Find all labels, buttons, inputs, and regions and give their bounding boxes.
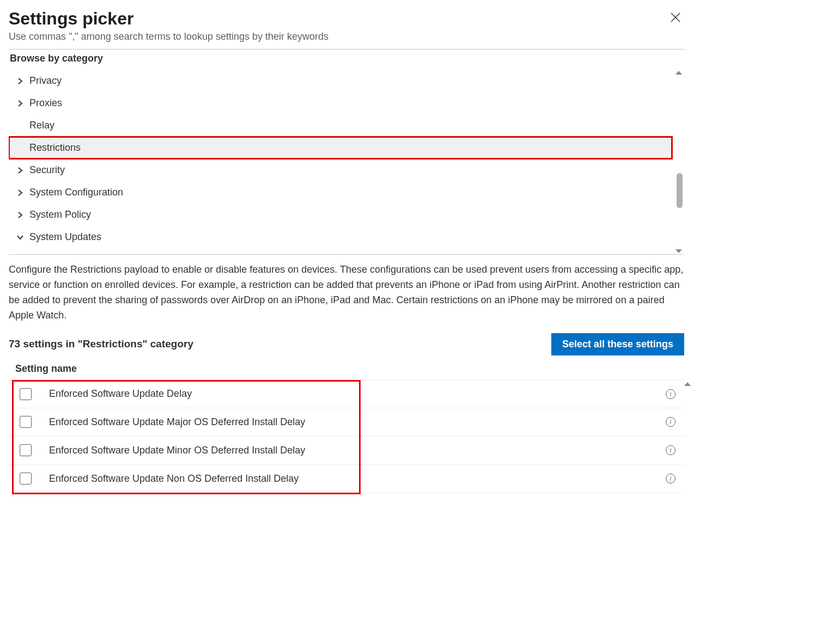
category-description: Configure the Restrictions payload to en… bbox=[9, 262, 684, 323]
column-header-setting-name: Setting name bbox=[9, 363, 684, 375]
category-item-proxies[interactable]: Proxies bbox=[9, 92, 672, 114]
category-item-security[interactable]: Security bbox=[9, 159, 672, 181]
category-item-system-configuration[interactable]: System Configuration bbox=[9, 181, 672, 204]
settings-count: 73 settings in "Restrictions" category bbox=[9, 338, 193, 350]
setting-row[interactable]: Enforced Software Update Non OS Deferred… bbox=[9, 465, 684, 493]
setting-row[interactable]: Enforced Software Update Minor OS Deferr… bbox=[9, 437, 684, 465]
category-label: Restrictions bbox=[29, 142, 81, 154]
search-divider bbox=[9, 49, 684, 50]
chevron-right-icon bbox=[14, 100, 26, 107]
setting-name-label: Enforced Software Update Major OS Deferr… bbox=[49, 416, 666, 428]
setting-name-label: Enforced Software Update Non OS Deferred… bbox=[49, 473, 666, 484]
category-list: PrivacyProxiesRelayRestrictionsSecurityS… bbox=[9, 70, 684, 255]
setting-checkbox[interactable] bbox=[20, 473, 32, 484]
category-item-privacy[interactable]: Privacy bbox=[9, 70, 672, 92]
close-icon bbox=[670, 16, 681, 24]
header-row: Settings picker Use commas "," among sea… bbox=[9, 9, 684, 49]
page-subtitle: Use commas "," among search terms to loo… bbox=[9, 31, 328, 42]
info-icon[interactable]: i bbox=[666, 474, 675, 483]
scroll-up-icon[interactable] bbox=[675, 71, 682, 75]
setting-name-label: Enforced Software Update Delay bbox=[49, 388, 666, 400]
setting-row[interactable]: Enforced Software Update Major OS Deferr… bbox=[9, 408, 684, 437]
chevron-right-icon bbox=[14, 212, 26, 218]
setting-checkbox[interactable] bbox=[20, 388, 32, 400]
browse-by-category-heading: Browse by category bbox=[10, 53, 684, 64]
settings-table: Enforced Software Update DelayiEnforced … bbox=[9, 380, 684, 493]
category-item-restrictions[interactable]: Restrictions bbox=[9, 137, 672, 159]
settings-scrollbar[interactable] bbox=[683, 382, 692, 493]
settings-picker-panel: Settings picker Use commas "," among sea… bbox=[9, 9, 684, 493]
info-icon[interactable]: i bbox=[666, 417, 675, 427]
select-all-button[interactable]: Select all these settings bbox=[551, 333, 684, 355]
category-label: Privacy bbox=[29, 75, 62, 87]
scroll-up-icon[interactable] bbox=[684, 382, 691, 386]
info-icon[interactable]: i bbox=[666, 445, 675, 455]
category-label: Relay bbox=[29, 120, 54, 131]
close-button[interactable] bbox=[667, 9, 684, 26]
count-row: 73 settings in "Restrictions" category S… bbox=[9, 333, 684, 355]
category-label: System Updates bbox=[29, 231, 101, 243]
info-icon[interactable]: i bbox=[666, 389, 675, 399]
category-label: System Policy bbox=[29, 209, 91, 220]
chevron-right-icon bbox=[14, 167, 26, 174]
category-item-relay[interactable]: Relay bbox=[9, 114, 672, 137]
category-label: Proxies bbox=[29, 97, 62, 109]
category-item-system-updates[interactable]: System Updates bbox=[9, 226, 672, 248]
setting-checkbox[interactable] bbox=[20, 444, 32, 456]
category-scrollbar[interactable] bbox=[674, 70, 683, 254]
category-label: System Configuration bbox=[29, 187, 123, 198]
category-item-system-policy[interactable]: System Policy bbox=[9, 204, 672, 226]
category-label: Security bbox=[29, 164, 65, 176]
chevron-down-icon bbox=[14, 234, 26, 241]
scroll-down-icon[interactable] bbox=[675, 249, 682, 253]
chevron-right-icon bbox=[14, 189, 26, 196]
setting-name-label: Enforced Software Update Minor OS Deferr… bbox=[49, 445, 666, 456]
chevron-right-icon bbox=[14, 78, 26, 84]
scroll-thumb[interactable] bbox=[677, 173, 683, 208]
page-title: Settings picker bbox=[9, 9, 328, 29]
setting-row[interactable]: Enforced Software Update Delayi bbox=[9, 380, 684, 408]
setting-checkbox[interactable] bbox=[20, 416, 32, 428]
